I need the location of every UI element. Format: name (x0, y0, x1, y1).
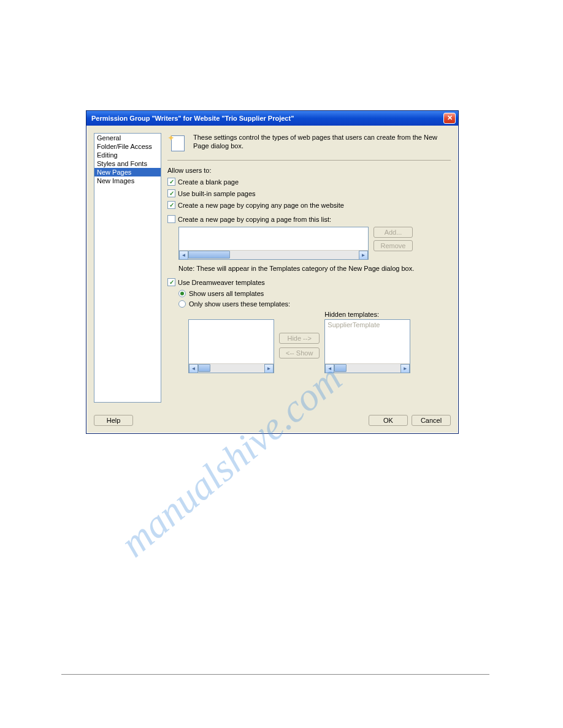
new-page-icon: ✦ (167, 133, 187, 153)
checkbox-copy-list-label: Create a new page by copying a page from… (178, 216, 331, 223)
hidden-templates-listbox[interactable]: SupplierTemplate ◄ ► (324, 319, 410, 373)
scroll-right-icon[interactable]: ► (400, 364, 410, 373)
copy-list-listbox[interactable]: ◄ ► (178, 227, 369, 260)
sidebar-item-new-pages[interactable]: New Pages (94, 168, 161, 176)
checkbox-blank-page[interactable] (167, 178, 175, 186)
scroll-left-icon[interactable]: ◄ (325, 364, 334, 373)
visible-templates-listbox[interactable]: ◄ ► (188, 319, 274, 373)
sidebar-item-new-images[interactable]: New Images (94, 176, 161, 185)
checkbox-dreamweaver[interactable] (167, 278, 175, 286)
dialog-footer: Help OK Cancel (86, 410, 458, 433)
page-footer-rule (61, 674, 489, 675)
sidebar-item-styles-fonts[interactable]: Styles and Fonts (94, 159, 161, 168)
window-title: Permission Group "Writers" for Website "… (91, 115, 294, 122)
scrollbar-h-visible[interactable]: ◄ ► (189, 363, 274, 373)
show-button[interactable]: <-- Show (279, 347, 320, 358)
sidebar-item-editing[interactable]: Editing (94, 151, 161, 159)
help-button[interactable]: Help (94, 415, 133, 426)
titlebar[interactable]: Permission Group "Writers" for Website "… (86, 111, 458, 126)
radio-show-only[interactable] (178, 300, 186, 308)
scroll-right-icon[interactable]: ► (359, 251, 368, 260)
checkbox-copy-list[interactable] (167, 215, 175, 223)
sidebar-item-general[interactable]: General (94, 134, 161, 142)
checkbox-copy-any[interactable] (167, 201, 175, 209)
radio-show-all-label: Show users all templates (189, 290, 264, 297)
checkbox-sample-pages-label: Use built-in sample pages (178, 190, 256, 197)
scrollbar-h-hidden[interactable]: ◄ ► (325, 363, 410, 373)
sidebar-item-folder-file-access[interactable]: Folder/File Access (94, 142, 161, 151)
allow-users-label: Allow users to: (167, 167, 451, 174)
scroll-right-icon[interactable]: ► (264, 364, 274, 373)
templates-note: Note: These will appear in the Templates… (178, 265, 451, 272)
cancel-button[interactable]: Cancel (412, 415, 451, 426)
radio-show-only-label: Only show users these templates: (189, 300, 290, 308)
hidden-templates-label: Hidden templates: (324, 311, 410, 318)
checkbox-copy-any-label: Create a new page by copying any page on… (178, 202, 344, 209)
hide-button[interactable]: Hide --> (279, 333, 320, 344)
scroll-left-icon[interactable]: ◄ (189, 364, 198, 373)
checkbox-blank-page-label: Create a blank page (178, 178, 239, 186)
list-item[interactable]: SupplierTemplate (325, 320, 410, 330)
main-panel: ✦ These settings control the types of we… (167, 133, 451, 403)
scrollbar-h[interactable]: ◄ ► (179, 250, 368, 259)
permission-dialog: Permission Group "Writers" for Website "… (86, 110, 459, 434)
close-icon[interactable]: ✕ (443, 113, 456, 124)
remove-button[interactable]: Remove (373, 240, 413, 251)
scroll-left-icon[interactable]: ◄ (179, 251, 188, 260)
checkbox-dreamweaver-label: Use Dreamweaver templates (178, 279, 265, 286)
divider (167, 160, 451, 161)
checkbox-sample-pages[interactable] (167, 189, 175, 197)
category-sidebar: General Folder/File Access Editing Style… (94, 133, 161, 403)
radio-show-all[interactable] (178, 290, 186, 297)
add-button[interactable]: Add... (373, 227, 413, 238)
panel-description: These settings control the types of web … (193, 133, 451, 151)
ok-button[interactable]: OK (369, 415, 408, 426)
